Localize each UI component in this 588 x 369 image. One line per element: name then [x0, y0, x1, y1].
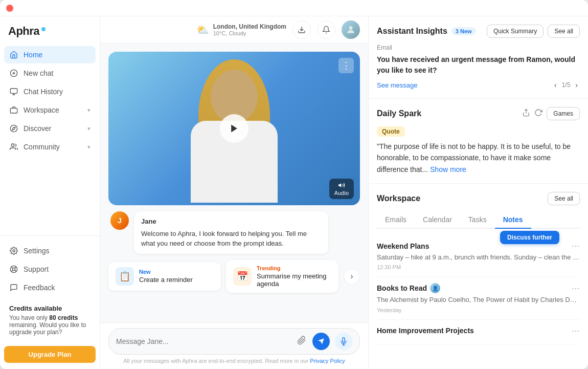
see-message-link[interactable]: See message	[377, 81, 418, 89]
input-row	[108, 328, 360, 355]
insights-header: Assistant Insights 3 New Quick Summary S…	[369, 16, 588, 44]
pagination-next[interactable]: ›	[573, 80, 580, 90]
spark-share-button[interactable]	[522, 108, 530, 119]
chat-message: J Jane Welcome to Aphra, I look forward …	[108, 211, 360, 254]
plus-icon	[9, 69, 18, 78]
svg-point-10	[12, 268, 15, 270]
svg-marker-20	[318, 338, 324, 344]
note-title: Home Improvement Projects	[377, 327, 474, 335]
note-more-button[interactable]: ⋯	[572, 241, 580, 251]
download-button[interactable]	[292, 20, 311, 39]
tab-notes[interactable]: Notes	[495, 211, 531, 229]
note-avatar: 👤	[430, 283, 440, 293]
chevron-down-icon: ▾	[87, 144, 91, 150]
support-icon	[9, 265, 18, 274]
discuss-further-button[interactable]: Discuss further	[500, 231, 559, 244]
suggestion-card-0[interactable]: 📋 New Create a reminder	[108, 262, 221, 291]
quote-text: "The purpose of life is not to be happy.…	[377, 141, 580, 175]
tab-calendar[interactable]: Calendar	[415, 211, 460, 229]
sidebar-item-home[interactable]: Home	[4, 46, 96, 63]
upgrade-plan-button[interactable]: Upgrade Plan	[4, 346, 96, 363]
user-avatar[interactable]	[342, 20, 360, 39]
svg-point-17	[349, 26, 353, 30]
discover-icon	[9, 124, 18, 133]
sidebar-item-label: Support	[24, 265, 49, 273]
notification-button[interactable]	[317, 20, 335, 39]
pagination: ‹ 1/5 ›	[552, 80, 580, 90]
svg-rect-3	[10, 89, 17, 93]
svg-point-5	[10, 125, 17, 132]
sidebar: Aphra Home New chat	[0, 16, 100, 369]
suggestion-text: Create a reminder	[139, 276, 193, 284]
chat-history-icon	[9, 87, 18, 96]
show-more-link[interactable]: Show more	[430, 165, 466, 173]
pagination-prev[interactable]: ‹	[552, 80, 559, 90]
suggestion-badge: Trending	[257, 265, 331, 271]
spark-header: Daily Spark Games	[377, 107, 580, 120]
workspace-section: Workspace See all Emails Calendar Tasks …	[369, 184, 588, 369]
title-bar	[0, 0, 588, 16]
mic-button[interactable]	[335, 333, 352, 350]
chevron-down-icon: ▾	[87, 125, 91, 132]
message-input[interactable]	[116, 337, 291, 345]
sidebar-item-label: Community	[24, 143, 60, 151]
center-header: ⛅ London, United Kingdom 10°C, Cloudy	[100, 16, 368, 44]
note-item-1: Books to Read 👤 ⋯ The Alchemist by Paulo…	[377, 277, 580, 319]
suggestion-card-1[interactable]: 📅 Trending Summarise my meeting agenda	[226, 260, 338, 293]
credits-text: You have only 80 credits remaining. Woul…	[9, 314, 91, 336]
sidebar-item-discover[interactable]: Discover ▾	[4, 120, 96, 137]
spark-refresh-button[interactable]	[534, 108, 542, 119]
send-button[interactable]	[312, 333, 330, 350]
agent-message: Welcome to Aphra, I look forward to help…	[141, 230, 307, 248]
sidebar-item-workspace[interactable]: Workspace ▾	[4, 101, 96, 119]
note-preview: Saturday – hike at 9 a.m., brunch with f…	[377, 253, 580, 262]
tab-tasks[interactable]: Tasks	[460, 211, 495, 229]
svg-line-12	[15, 270, 16, 272]
weather-icon: ⛅	[196, 24, 209, 36]
insight-type: Email	[377, 44, 580, 51]
logo: Aphra	[0, 23, 100, 46]
close-button[interactable]	[6, 5, 13, 12]
workspace-header: Workspace See all	[377, 192, 580, 205]
chevron-down-icon: ▾	[87, 107, 91, 114]
home-icon	[9, 50, 18, 59]
suggestion-icon: 📅	[233, 267, 252, 286]
agent-avatar: J	[110, 211, 129, 230]
svg-point-8	[13, 250, 15, 252]
center-content: ⋮	[100, 44, 368, 322]
sidebar-item-support[interactable]: Support	[4, 261, 96, 278]
logo-dot	[41, 27, 46, 31]
attach-button[interactable]	[296, 335, 307, 349]
note-item-0: Discuss further Weekend Plans ⋯ Saturday…	[377, 235, 580, 277]
play-button[interactable]	[220, 114, 248, 143]
input-footer: All your messages with Aphra are end-to-…	[108, 358, 360, 364]
sidebar-item-label: New chat	[24, 69, 53, 77]
weather-info: ⛅ London, United Kingdom 10°C, Cloudy	[196, 23, 286, 36]
insights-see-all-button[interactable]: See all	[548, 25, 580, 38]
sidebar-item-new-chat[interactable]: New chat	[4, 64, 96, 82]
privacy-link[interactable]: Privacy Policy	[310, 358, 345, 364]
sidebar-item-community[interactable]: Community ▾	[4, 138, 96, 156]
tab-emails[interactable]: Emails	[377, 211, 415, 229]
quick-summary-button[interactable]: Quick Summary	[487, 25, 544, 38]
workspace-see-all-button[interactable]: See all	[548, 192, 580, 205]
right-panel: Assistant Insights 3 New Quick Summary S…	[368, 16, 588, 369]
feedback-icon	[9, 283, 18, 292]
suggestions-next-button[interactable]: ›	[344, 268, 360, 285]
workspace-title: Workspace	[377, 194, 420, 203]
credits-box: Credits available You have only 80 credi…	[4, 299, 96, 341]
sidebar-item-label: Home	[24, 51, 42, 59]
insight-content: Email You have received an urgent messag…	[369, 44, 588, 99]
sidebar-nav: Home New chat Chat History	[0, 46, 100, 235]
note-time: Yesterday	[377, 307, 580, 313]
svg-point-7	[11, 144, 14, 146]
note-title: Weekend Plans	[377, 242, 429, 250]
svg-marker-18	[231, 125, 237, 133]
note-more-button[interactable]: ⋯	[572, 284, 580, 293]
daily-spark-section: Daily Spark Games Quote "The purpose of …	[369, 99, 588, 184]
sidebar-item-chat-history[interactable]: Chat History	[4, 83, 96, 100]
note-more-button[interactable]: ⋯	[572, 326, 580, 336]
sidebar-item-settings[interactable]: Settings	[4, 242, 96, 259]
sidebar-item-feedback[interactable]: Feedback	[4, 279, 96, 296]
spark-games-button[interactable]: Games	[547, 107, 580, 120]
